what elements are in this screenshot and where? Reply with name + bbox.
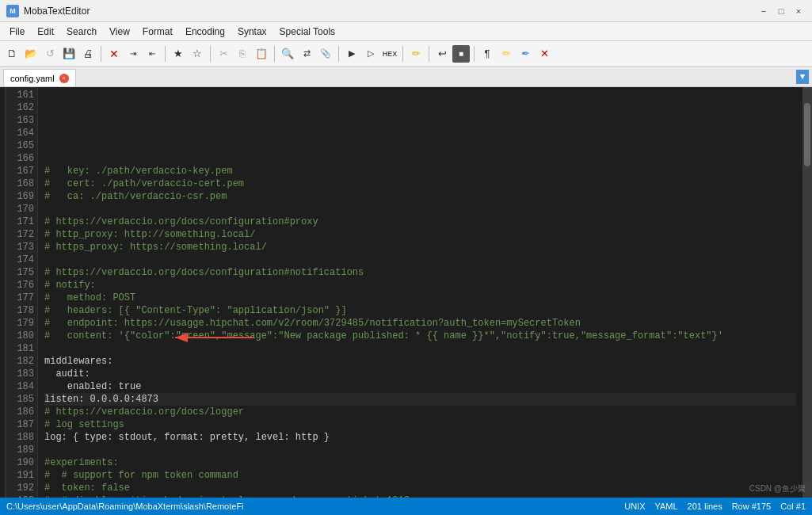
toolbar-close-button[interactable]: ✕ [536,45,553,63]
undo-button[interactable]: ↩ [433,45,451,63]
tab-scroll-button[interactable]: ▼ [796,70,809,84]
save-button[interactable]: 💾 [60,45,78,63]
line-num-181: 181 [6,342,34,355]
code-line-187: # # disable writing body size to logs, r… [44,494,796,498]
line-num-179: 179 [6,317,34,330]
line-num-161: 161 [6,89,34,101]
line-num-166: 166 [6,152,34,165]
code-line-181: # log settings [44,418,796,431]
code-line-179: listen: 0.0.0.0:4873 [44,393,796,406]
paragraph-button[interactable]: ¶ [478,45,496,63]
minimize-button[interactable]: − [757,4,771,18]
line-num-168: 168 [6,177,34,190]
copy-button[interactable]: ⎘ [234,45,251,63]
menu-item-format[interactable]: Format [136,22,179,40]
line-num-164: 164 [6,127,34,139]
title-bar: M MobaTextEditor − □ × [0,0,812,22]
toolbar-sep-8 [474,46,475,62]
scrollbar-thumb[interactable] [804,103,810,166]
line-num-169: 169 [6,190,34,203]
tab-config-yaml[interactable]: config.yaml × [3,69,76,86]
menu-item-view[interactable]: View [103,22,136,40]
code-line-162: # cert: ./path/verdaccio-cert.pem [44,177,796,190]
line-num-173: 173 [6,241,34,254]
tab-close-button[interactable]: × [59,74,69,83]
window-controls: − □ × [757,4,806,18]
toolbar-sep-1 [101,46,101,62]
hex-button[interactable]: HEX [381,45,398,63]
code-lines: # key: ./path/verdaccio-key.pem# cert: .… [44,114,796,498]
line-num-172: 172 [6,228,34,241]
line-num-190: 190 [6,456,34,469]
status-path: C:\Users\user\AppData\Roaming\MobaXterm\… [6,502,615,511]
bookmark-button[interactable]: ★ [170,45,187,63]
paste-button[interactable]: 📋 [253,45,270,63]
code-line-163: # ca: ./path/verdaccio-csr.pem [44,190,796,203]
code-line-171: # method: POST [44,292,796,304]
code-line-184: #experiments: [44,456,796,469]
code-line-166: # http_proxy: http://something.local/ [44,228,796,241]
code-line-164 [44,203,796,216]
vertical-scrollbar[interactable] [802,87,812,498]
line-num-177: 177 [6,292,34,304]
open-button[interactable]: 📂 [22,45,40,63]
code-line-167: # https_proxy: https://something.local/ [44,241,796,254]
toolbar-sep-4 [274,46,275,62]
cut-button[interactable]: ✕ [105,45,123,63]
menu-item-syntax[interactable]: Syntax [231,22,273,40]
close-button[interactable]: × [791,4,806,18]
toolbar-sep-5 [338,46,339,62]
tab-bar: config.yaml × ▼ [0,67,812,87]
line-num-174: 174 [6,254,34,266]
code-line-173: # endpoint: https://usagge.hipchat.com/v… [44,317,796,330]
menu-item-edit[interactable]: Edit [31,22,60,40]
editor-container: 1611621631641651661671681691701711721731… [0,87,812,498]
menu-item-special-tools[interactable]: Special Tools [273,22,342,40]
status-lines: 201 lines [688,502,722,511]
bookmark2-button[interactable]: ☆ [189,45,206,63]
left-margin [0,87,6,498]
menu-item-file[interactable]: File [3,22,31,40]
toolbar: 🗋 📂 ↺ 💾 🖨 ✕ ⇥ ⇤ ★ ☆ ✂ ⎘ 📋 🔍 ⇄ 📎 ▶ ▷ HEX … [0,41,812,67]
toolbar-sep-7 [429,46,429,62]
status-col: Col #1 [780,502,806,511]
replace-button[interactable]: ⇄ [298,45,315,63]
find-button[interactable]: 🔍 [279,45,296,63]
new-file-button[interactable]: 🗋 [3,45,21,63]
line-num-170: 170 [6,203,34,216]
line-num-185: 185 [6,393,34,406]
color2-button[interactable]: ✒ [517,45,534,63]
highlight-button[interactable]: ✏ [497,45,515,63]
macro-run-button[interactable]: ▶ [343,45,360,63]
code-line-182: log: { type: stdout, format: pretty, lev… [44,431,796,444]
unindent-button[interactable]: ⇤ [143,45,161,63]
line-num-178: 178 [6,304,34,317]
color-pencil-button[interactable]: ✏ [407,45,425,63]
line-num-180: 180 [6,330,34,342]
print-button[interactable]: 🖨 [79,45,97,63]
status-bar: C:\Users\user\AppData\Roaming\MobaXterm\… [0,498,812,515]
code-line-174: # content: '{"color":"green","message":"… [44,330,796,342]
line-num-187: 187 [6,418,34,431]
indent-button[interactable]: ⇥ [124,45,142,63]
revert-button[interactable]: ↺ [41,45,59,63]
code-line-175 [44,342,796,355]
code-line-183 [44,444,796,456]
maximize-button[interactable]: □ [774,4,788,18]
line-num-186: 186 [6,406,34,418]
menu-item-search[interactable]: Search [60,22,103,40]
code-line-170: # notify: [44,279,796,292]
redo-button[interactable]: ■ [452,45,470,63]
toolbar-sep-2 [165,46,166,62]
line-num-162: 162 [6,101,34,114]
menu-bar: FileEditSearchViewFormatEncodingSyntaxSp… [0,22,812,41]
status-encoding: UNIX [624,502,645,511]
code-line-177: audit: [44,368,796,380]
code-line-186: # token: false [44,482,796,494]
menu-item-encoding[interactable]: Encoding [179,22,231,40]
cut2-button[interactable]: ✂ [215,45,232,63]
clip-button[interactable]: 📎 [317,45,334,63]
code-line-180: # https://verdaccio.org/docs/logger [44,406,796,418]
run-button[interactable]: ▷ [362,45,379,63]
code-editor[interactable]: # key: ./path/verdaccio-key.pem# cert: .… [38,87,802,498]
